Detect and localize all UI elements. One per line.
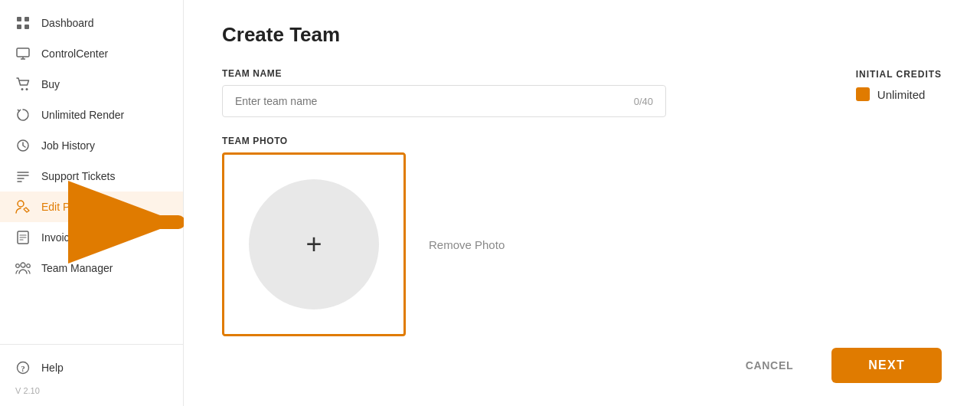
sidebar-item-support-tickets[interactable]: Support Tickets	[0, 161, 183, 192]
credits-panel: INITIAL CREDITS Unlimited	[856, 69, 942, 101]
sidebar-item-help[interactable]: ? Help	[0, 352, 183, 383]
team-name-input[interactable]	[235, 95, 634, 107]
history-icon	[15, 138, 31, 153]
svg-rect-1	[24, 17, 29, 21]
sidebar-item-team-manager[interactable]: Team Manager	[0, 253, 183, 283]
sidebar-item-label: Dashboard	[41, 17, 94, 29]
sidebar-item-label: Help	[41, 362, 64, 374]
refresh-icon	[15, 107, 31, 123]
credits-color-dot	[856, 87, 870, 101]
sidebar-item-label: Job History	[41, 139, 95, 152]
main-content: Create Team TEAM NAME 0/40 TEAM PHOTO + …	[184, 0, 980, 406]
sidebar-item-unlimited-render[interactable]: Unlimited Render	[0, 100, 183, 130]
photo-upload-area: + Remove Photo	[222, 152, 697, 336]
credits-title: INITIAL CREDITS	[856, 69, 942, 80]
remove-photo-button[interactable]: Remove Photo	[429, 238, 505, 251]
svg-point-14	[18, 201, 24, 207]
sidebar-item-label: Buy	[41, 78, 60, 90]
question-icon: ?	[15, 360, 31, 375]
sidebar-item-label: Edit Profile	[41, 201, 93, 213]
sidebar-bottom: ? Help V 2.10	[0, 344, 183, 398]
page-title: Create Team	[222, 23, 942, 47]
svg-point-21	[27, 264, 31, 268]
photo-circle: +	[249, 179, 379, 309]
cancel-button[interactable]: CANCEL	[730, 350, 809, 381]
sidebar: Dashboard ControlCenter Buy	[0, 0, 184, 406]
document-icon	[15, 230, 31, 245]
credits-item: Unlimited	[856, 87, 942, 101]
team-icon	[15, 260, 31, 276]
char-count: 0/40	[634, 96, 653, 107]
sidebar-item-job-history[interactable]: Job History	[0, 130, 183, 161]
footer-actions: CANCEL NEXT	[730, 348, 942, 383]
svg-point-20	[16, 264, 20, 268]
svg-text:?: ?	[21, 364, 25, 373]
monitor-icon	[15, 46, 31, 61]
sidebar-item-label: Support Tickets	[41, 170, 116, 182]
cart-icon	[15, 77, 31, 92]
team-name-field-wrapper: 0/40	[222, 85, 666, 117]
sidebar-item-invoices[interactable]: Invoices	[0, 222, 183, 253]
sidebar-item-controlcenter[interactable]: ControlCenter	[0, 38, 183, 69]
svg-point-7	[21, 88, 24, 90]
grid-icon	[15, 15, 31, 31]
photo-upload-box[interactable]: +	[222, 152, 406, 336]
svg-rect-4	[17, 48, 29, 57]
plus-icon: +	[305, 231, 322, 258]
version-label: V 2.10	[0, 383, 183, 398]
team-photo-section: TEAM PHOTO + Remove Photo	[222, 136, 697, 336]
list-icon	[15, 169, 31, 184]
sidebar-item-label: Invoices	[41, 231, 80, 244]
sidebar-item-buy[interactable]: Buy	[0, 69, 183, 100]
svg-point-19	[21, 263, 25, 267]
svg-rect-0	[17, 17, 21, 21]
next-button[interactable]: NEXT	[831, 348, 942, 383]
credits-option-label: Unlimited	[877, 88, 926, 101]
person-edit-icon	[15, 199, 31, 214]
sidebar-item-label: ControlCenter	[41, 47, 108, 60]
sidebar-item-label: Team Manager	[41, 262, 113, 274]
team-photo-label: TEAM PHOTO	[222, 136, 697, 146]
svg-rect-3	[24, 25, 29, 29]
svg-point-8	[26, 88, 28, 90]
sidebar-item-dashboard[interactable]: Dashboard	[0, 8, 183, 38]
team-name-section: TEAM NAME 0/40 TEAM PHOTO + Remove Photo	[222, 68, 697, 336]
sidebar-item-label: Unlimited Render	[41, 109, 124, 121]
svg-rect-2	[17, 25, 21, 29]
sidebar-item-edit-profile[interactable]: Edit Profile	[0, 192, 183, 222]
team-name-label: TEAM NAME	[222, 68, 697, 79]
